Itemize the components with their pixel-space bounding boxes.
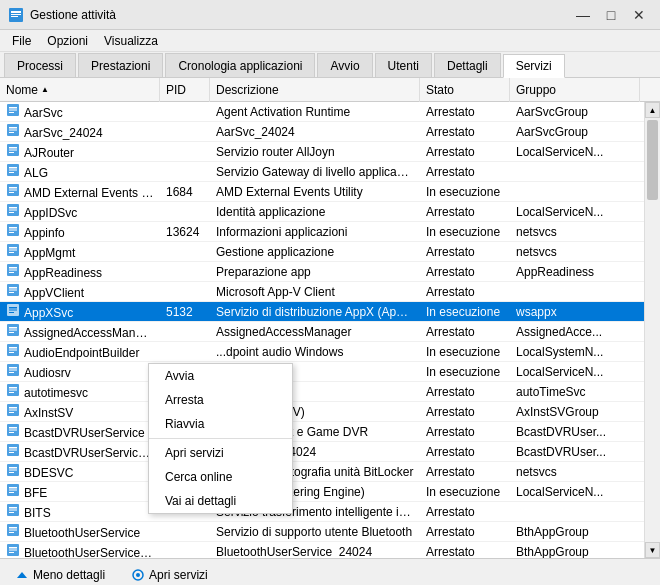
service-state: Arrestato (420, 444, 510, 460)
menu-options[interactable]: Opzioni (39, 32, 96, 50)
svg-rect-29 (9, 227, 17, 229)
context-menu-search-online[interactable]: Cerca online (149, 465, 292, 489)
tab-cronologia[interactable]: Cronologia applicazioni (165, 53, 315, 77)
col-header-group[interactable]: Gruppo (510, 78, 640, 102)
table-row[interactable]: BDESVC Servizio di crittografia unità Bi… (0, 462, 660, 482)
service-desc: AarSvc_24024 (210, 124, 420, 140)
service-name: AudioEndpointBuilder (0, 342, 160, 361)
maximize-button[interactable]: □ (598, 5, 624, 25)
col-header-desc[interactable]: Descrizione (210, 78, 420, 102)
service-desc: Identità applicazione (210, 204, 420, 220)
scroll-up-button[interactable]: ▲ (645, 102, 660, 118)
table-row[interactable]: AssignedAccessManage... AssignedAccessMa… (0, 322, 660, 342)
table-row[interactable]: AppIDSvc Identità applicazione Arrestato… (0, 202, 660, 222)
service-state: Arrestato (420, 384, 510, 400)
less-detail-button[interactable]: Meno dettagli (8, 564, 112, 586)
service-icon (6, 243, 20, 257)
col-header-name[interactable]: Nome ▲ (0, 78, 160, 102)
service-state: In esecuzione (420, 304, 510, 320)
svg-rect-53 (9, 347, 17, 349)
table-row[interactable]: BITS Servizio trasferimento intelligente… (0, 502, 660, 522)
scrollbar[interactable]: ▲ ▼ (644, 102, 660, 558)
col-header-state[interactable]: Stato (420, 78, 510, 102)
context-menu-goto-details[interactable]: Vai ai dettagli (149, 489, 292, 513)
table-row[interactable]: BFE 3500 BFE (Base Filtering Engine) In … (0, 482, 660, 502)
service-state: In esecuzione (420, 364, 510, 380)
service-name: Appinfo (0, 222, 160, 241)
table-row[interactable]: AudioEndpointBuilder ...dpoint audio Win… (0, 342, 660, 362)
table-row[interactable]: Audiosrv ... lows In esecuzione LocalSer… (0, 362, 660, 382)
service-icon (6, 183, 20, 197)
open-services-button[interactable]: Apri servizi (124, 564, 215, 586)
svg-rect-63 (9, 392, 14, 393)
table-row[interactable]: Appinfo 13624 Informazioni applicazioni … (0, 222, 660, 242)
table-row[interactable]: AppReadiness Preparazione app Arrestato … (0, 262, 660, 282)
service-desc: Servizio di supporto utente Bluetooth (210, 524, 420, 540)
service-name: AppMgmt (0, 242, 160, 261)
svg-rect-54 (9, 350, 17, 351)
minimize-button[interactable]: — (570, 5, 596, 25)
title-controls: — □ ✕ (570, 5, 652, 25)
tab-avvio[interactable]: Avvio (317, 53, 372, 77)
tab-processi[interactable]: Processi (4, 53, 76, 77)
service-group: LocalServiceN... (510, 144, 640, 160)
table-row[interactable]: AppVClient Microsoft App-V Client Arrest… (0, 282, 660, 302)
sort-arrow-name: ▲ (41, 85, 49, 94)
service-pid (160, 351, 210, 353)
svg-rect-42 (9, 290, 17, 291)
svg-rect-86 (9, 510, 17, 511)
table-row-selected[interactable]: AppXSvc 5132 Servizio di distribuzione A… (0, 302, 660, 322)
context-menu-restart[interactable]: Riavvia (149, 412, 292, 436)
context-menu-stop[interactable]: Arresta (149, 388, 292, 412)
service-icon (6, 503, 20, 517)
menu-file[interactable]: File (4, 32, 39, 50)
tab-servizi[interactable]: Servizi (503, 54, 565, 78)
service-state: In esecuzione (420, 224, 510, 240)
service-state: In esecuzione (420, 184, 510, 200)
context-menu-start[interactable]: Avvia (149, 364, 292, 388)
table-row[interactable]: AMD External Events Utility 1684 AMD Ext… (0, 182, 660, 202)
service-group: BcastDVRUser... (510, 444, 640, 460)
tab-prestazioni[interactable]: Prestazioni (78, 53, 163, 77)
scroll-down-button[interactable]: ▼ (645, 542, 660, 558)
service-name: BDESVC (0, 462, 160, 481)
scroll-thumb[interactable] (647, 120, 658, 200)
table-row[interactable]: BluetoothUserService_24024 BluetoothUser… (0, 542, 660, 558)
service-icon (6, 403, 20, 417)
table-row[interactable]: BcastDVRUserService ... e Broadcast e Ga… (0, 422, 660, 442)
col-header-pid[interactable]: PID (160, 78, 210, 102)
service-desc: ...dpoint audio Windows (210, 344, 420, 360)
service-desc: Informazioni applicazioni (210, 224, 420, 240)
table-row[interactable]: ALG Servizio Gateway di livello applicaz… (0, 162, 660, 182)
tab-dettagli[interactable]: Dettagli (434, 53, 501, 77)
service-state: Arrestato (420, 164, 510, 180)
table-row[interactable]: AarSvc Agent Activation Runtime Arrestat… (0, 102, 660, 122)
service-pid (160, 551, 210, 553)
table-row[interactable]: AarSvc_24024 AarSvc_24024 Arrestato AarS… (0, 122, 660, 142)
service-state: Arrestato (420, 144, 510, 160)
status-bar: Meno dettagli Apri servizi (0, 558, 660, 585)
context-menu-open-services[interactable]: Apri servizi (149, 441, 292, 465)
service-group: BthAppGroup (510, 524, 640, 540)
svg-rect-73 (9, 447, 17, 449)
table-row[interactable]: AppMgmt Gestione applicazione Arrestato … (0, 242, 660, 262)
table-row[interactable]: AxInstSV ... rer (AxInstSV) Arrestato Ax… (0, 402, 660, 422)
svg-rect-10 (9, 130, 17, 131)
table-row[interactable]: AJRouter Servizio router AllJoyn Arresta… (0, 142, 660, 162)
svg-rect-17 (9, 167, 17, 169)
service-group: netsvcs (510, 224, 640, 240)
service-name: ALG (0, 162, 160, 181)
close-button[interactable]: ✕ (626, 5, 652, 25)
service-pid (160, 251, 210, 253)
menu-view[interactable]: Visualizza (96, 32, 166, 50)
service-pid (160, 331, 210, 333)
table-row[interactable]: BcastDVRUserService_24... ...e Service_2… (0, 442, 660, 462)
service-icon (6, 343, 20, 357)
table-row[interactable]: autotimesvc Arrestato Arrestato autoTime… (0, 382, 660, 402)
service-state: Arrestato (420, 424, 510, 440)
table-row[interactable]: BluetoothUserService Servizio di support… (0, 522, 660, 542)
table-body[interactable]: AarSvc Agent Activation Runtime Arrestat… (0, 102, 660, 558)
less-detail-label: Meno dettagli (33, 568, 105, 582)
service-name: AppXSvc (0, 302, 160, 321)
tab-utenti[interactable]: Utenti (375, 53, 432, 77)
